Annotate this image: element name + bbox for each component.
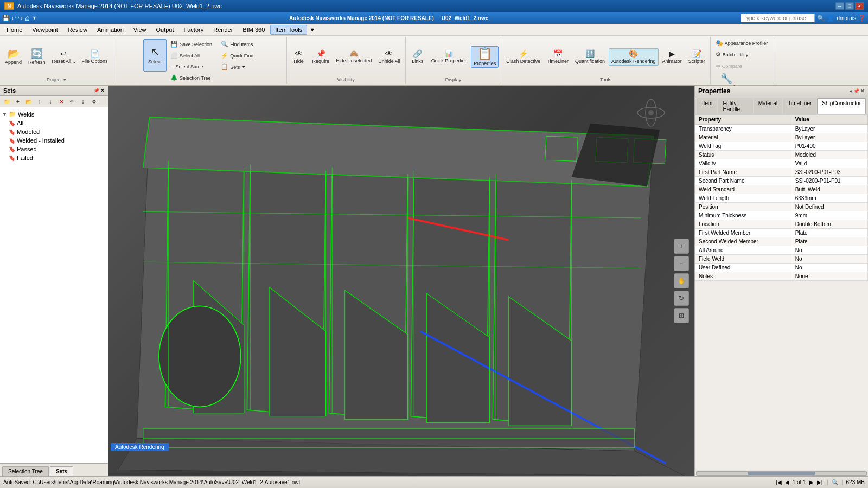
autodesk-rendering-button[interactable]: 🎨 Autodesk Rendering xyxy=(609,48,659,66)
rename-button[interactable]: ✏ xyxy=(67,97,77,106)
sets-button[interactable]: 📋 Sets ▼ xyxy=(218,62,256,72)
tab-material[interactable]: Material xyxy=(754,98,783,114)
quantification-button[interactable]: 🔢 Quantification xyxy=(572,48,608,66)
tab-timeliner[interactable]: TimeLiner xyxy=(783,98,816,114)
open-folder-button[interactable]: 📂 xyxy=(24,97,34,106)
find-items-button[interactable]: 🔍 Find Items xyxy=(218,39,256,49)
sets-dropdown[interactable]: ▼ xyxy=(241,65,246,69)
tree-item-welds[interactable]: ▼ 📁 Welds xyxy=(2,110,106,119)
menu-bim360[interactable]: BIM 360 xyxy=(238,25,269,34)
svg-point-47 xyxy=(648,110,654,115)
menu-view[interactable]: View xyxy=(129,25,151,34)
property-row: TransparencyByLayer xyxy=(695,125,868,133)
save-selection-button[interactable]: 💾 Save Selection xyxy=(168,39,215,49)
selection-tree-label: Selection Tree xyxy=(180,75,211,81)
move-down-button[interactable]: ↓ xyxy=(46,97,55,106)
property-scroll[interactable]: Property Value TransparencyByLayerMateri… xyxy=(695,114,868,470)
batch-utility-button[interactable]: ⚙ Batch Utility xyxy=(713,49,751,60)
minimize-button[interactable]: ─ xyxy=(835,2,844,10)
property-scrollbar-x[interactable] xyxy=(695,470,868,476)
dropdown-icon[interactable]: ▼ xyxy=(32,15,37,21)
clash-detective-button[interactable]: ⚡ Clash Detective xyxy=(503,48,543,66)
undo-icon[interactable]: ↩ xyxy=(11,15,16,22)
menu-animation[interactable]: Animation xyxy=(93,25,128,34)
last-page-button[interactable]: ▶| xyxy=(816,479,824,485)
viewport[interactable]: + − ✋ ↻ ⊞ Autodesk Rendering xyxy=(108,86,694,476)
help-icon[interactable]: ❓ xyxy=(858,15,866,22)
tree-item-failed[interactable]: 🔖 Failed xyxy=(9,153,106,162)
save-icon[interactable]: 💾 xyxy=(2,15,10,22)
title-bar: N Autodesk Navisworks Manage 2014 (NOT F… xyxy=(0,0,868,12)
close-panel-icon[interactable]: ✕ xyxy=(100,88,105,93)
prev-page-button[interactable]: ◀ xyxy=(784,479,790,485)
scripter-button[interactable]: 📝 Scripter xyxy=(686,48,708,66)
tree-item-modeled[interactable]: 🔖 Modeled xyxy=(9,127,106,136)
orbit-button[interactable]: ↻ xyxy=(674,291,689,306)
expand-welds-icon[interactable]: ▼ xyxy=(2,112,7,117)
file-options-button[interactable]: 📄 File Options xyxy=(79,48,111,66)
tree-item-passed[interactable]: 🔖 Passed xyxy=(9,145,106,153)
menu-render[interactable]: Render xyxy=(209,25,237,34)
tab-item[interactable]: Item xyxy=(697,98,717,114)
menu-review[interactable]: Review xyxy=(63,25,92,34)
quick-properties-button[interactable]: 📊 Quick Properties xyxy=(429,49,470,66)
passed-label: Passed xyxy=(17,146,37,152)
quick-find-button[interactable]: ⚡ Quick Find xyxy=(218,50,256,61)
move-up-button[interactable]: ↑ xyxy=(35,97,44,106)
sort-button[interactable]: ↕ xyxy=(78,97,88,106)
select-same-button[interactable]: ≡ Select Same xyxy=(168,62,215,72)
hide-button[interactable]: 👁 Hide xyxy=(289,48,309,66)
menu-output[interactable]: Output xyxy=(152,25,178,34)
unhide-all-button[interactable]: 👁 Unhide All xyxy=(375,48,403,66)
reset-all-button[interactable]: ↩ Reset All... xyxy=(49,48,78,66)
append-button[interactable]: 📂 Append xyxy=(2,47,24,67)
zoom-out-button[interactable]: − xyxy=(674,256,689,271)
scripter-label: Scripter xyxy=(688,59,705,65)
timeliner-button[interactable]: 📅 TimeLiner xyxy=(544,48,571,66)
close-button[interactable]: ✕ xyxy=(855,2,864,10)
new-set-button[interactable]: + xyxy=(13,97,23,106)
hide-unselected-button[interactable]: 🙈 Hide Unselected xyxy=(333,49,374,66)
close-right-icon[interactable]: ✕ xyxy=(860,88,865,94)
next-page-button[interactable]: ▶ xyxy=(808,479,815,485)
zoom-in-button[interactable]: + xyxy=(674,239,689,254)
select-all-button[interactable]: ⬜ Select All xyxy=(168,50,215,61)
properties-label: Properties xyxy=(474,61,496,67)
pin-icon[interactable]: 📌 xyxy=(93,88,99,93)
compare-button[interactable]: ⇔ Compare xyxy=(713,61,745,71)
animator-button[interactable]: ▶ Animator xyxy=(660,48,685,66)
pan-button[interactable]: ✋ xyxy=(674,273,689,288)
tree-item-all[interactable]: 🔖 All xyxy=(9,119,106,127)
arrow-left-icon[interactable]: ◂ xyxy=(850,88,852,94)
select-all-icon: ⬜ xyxy=(170,52,178,59)
refresh-button[interactable]: 🔄 Refresh xyxy=(25,47,48,67)
options-button[interactable]: ⚙ xyxy=(89,97,99,106)
maximize-button[interactable]: □ xyxy=(845,2,854,10)
properties-button[interactable]: 📋 Properties xyxy=(471,46,499,68)
tab-selection-tree[interactable]: Selection Tree xyxy=(2,466,49,476)
property-row: All AroundNo xyxy=(695,246,868,255)
new-folder-button[interactable]: 📁 xyxy=(2,97,12,106)
require-button[interactable]: 📌 Require xyxy=(310,48,333,66)
links-button[interactable]: 🔗 Links xyxy=(408,48,427,66)
search-icon[interactable]: 🔍 xyxy=(817,15,825,22)
select-button[interactable]: ↖ Select xyxy=(143,39,167,72)
tab-sets[interactable]: Sets xyxy=(50,466,73,476)
zoom-extents-button[interactable]: ⊞ xyxy=(674,308,689,323)
pin-right-icon[interactable]: 📌 xyxy=(853,88,859,94)
menu-item-tools[interactable]: Item Tools xyxy=(270,25,307,35)
autosave-status: AutoSaved: C:\Users\denis\AppData\Roamin… xyxy=(3,479,770,485)
redo-icon[interactable]: ↪ xyxy=(18,15,23,22)
appearance-profiler-button[interactable]: 🎭 Appearance Profiler xyxy=(713,38,771,48)
print-icon[interactable]: 🖨 xyxy=(24,15,30,21)
first-page-button[interactable]: |◀ xyxy=(775,479,783,485)
menu-factory[interactable]: Factory xyxy=(180,25,208,34)
selection-tree-button[interactable]: 🌲 Selection Tree xyxy=(168,73,215,83)
tree-item-welded-installed[interactable]: 🔖 Welded - Installed xyxy=(9,136,106,145)
menu-viewpoint[interactable]: Viewpoint xyxy=(28,25,62,34)
tab-entity-handle[interactable]: Entity Handle xyxy=(718,98,752,114)
tab-ship-constructor[interactable]: ShipConstructor xyxy=(817,98,866,114)
delete-button[interactable]: ✕ xyxy=(56,97,66,106)
search-input[interactable] xyxy=(741,14,815,22)
menu-home[interactable]: Home xyxy=(2,25,27,34)
